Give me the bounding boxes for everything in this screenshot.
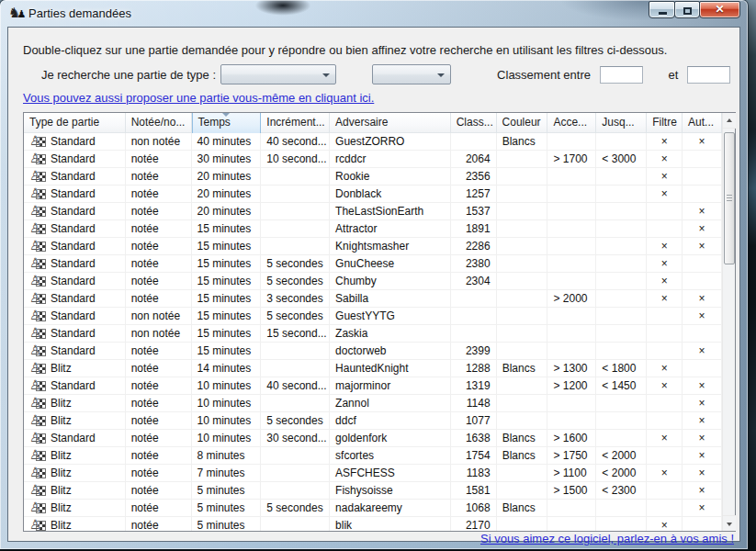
cell: 15 minutes <box>192 308 262 325</box>
game-type-cell: ♙Standard <box>24 290 126 308</box>
secondary-filter-select[interactable] <box>372 64 451 84</box>
close-button[interactable]: ✕ <box>699 1 740 18</box>
column-header-notéeno[interactable]: Notée/no... <box>126 113 192 133</box>
column-header-typedepartie[interactable]: Type de partie <box>24 113 126 133</box>
cell: 15 minutes <box>192 290 262 308</box>
seek-row[interactable]: ♙Standardnon notée15 minutes15 second...… <box>24 325 722 343</box>
scroll-up-button[interactable] <box>723 113 736 129</box>
seek-row[interactable]: ♙Standardnotée15 minutesdoctorweb2399× <box>24 343 722 360</box>
x-mark-icon: × <box>683 377 722 395</box>
cell: 1319 <box>451 377 497 395</box>
seek-row[interactable]: ♙Blitznotée5 minutes5 secondesnadakareem… <box>24 500 722 517</box>
cell <box>547 168 596 186</box>
cell: nadakareemy <box>330 500 451 517</box>
pawn-and-board-icon: ♙ <box>29 276 47 287</box>
scrollbar-thumb[interactable] <box>724 132 735 264</box>
seek-row[interactable]: ♙Blitznotée8 minutessfcortes1754Blancs> … <box>24 447 722 465</box>
cell <box>683 186 722 203</box>
cell <box>497 255 548 273</box>
cell: 10 minutes <box>192 412 262 430</box>
cell <box>547 500 596 517</box>
column-header-acce[interactable]: Acce... <box>547 113 596 133</box>
cell: 1068 <box>451 500 497 517</box>
cell: > 2000 <box>547 290 596 308</box>
propose-game-link[interactable]: Vous pouvez aussi proposer une partie vo… <box>23 91 374 105</box>
seek-row[interactable]: ♙Standardnotée15 minutesKnightsmasher228… <box>24 238 722 255</box>
seek-row[interactable]: ♙Standardnotée10 minutes40 second...majo… <box>24 377 722 395</box>
column-header-filtre[interactable]: Filtre <box>647 113 683 133</box>
cell: GnuCheese <box>330 255 451 273</box>
game-type-select[interactable] <box>220 64 336 84</box>
cell: Sabilla <box>330 290 451 308</box>
column-header-class[interactable]: Class... <box>451 113 497 133</box>
seek-row[interactable]: ♙Standardnotée30 minutes10 second...rcdd… <box>24 151 722 168</box>
game-type-cell: ♙Standard <box>24 220 126 238</box>
titlebar[interactable]: ♞♟ Parties demandées ✕ <box>0 0 748 27</box>
vertical-scrollbar[interactable] <box>722 113 735 531</box>
tell-friends-link[interactable]: Si vous aimez ce logiciel, parlez-en à v… <box>480 532 734 545</box>
seek-row[interactable]: ♙Standardnotée15 minutes5 secondesGnuChe… <box>24 255 722 273</box>
column-header-adversaire[interactable]: Adversaire <box>330 113 451 133</box>
minimize-button[interactable] <box>649 1 675 18</box>
cell <box>547 186 596 203</box>
column-header-jusq[interactable]: Jusq... <box>596 113 647 133</box>
cell: 1077 <box>451 412 497 430</box>
cell <box>547 238 596 255</box>
cell <box>647 500 683 517</box>
game-type-cell: ♙Standard <box>24 133 126 151</box>
cell <box>596 255 647 273</box>
rating-max-input[interactable] <box>687 66 730 84</box>
cell: notée <box>126 255 192 273</box>
seek-row[interactable]: ♙Standardnotée15 minutesAttractor1891× <box>24 220 722 238</box>
seek-row[interactable]: ♙Standardnotée15 minutes5 secondesChumby… <box>24 273 722 290</box>
cell: Donblack <box>330 186 451 203</box>
column-header-temps[interactable]: Temps <box>192 113 262 133</box>
maximize-button[interactable] <box>674 1 700 18</box>
cell <box>261 517 330 531</box>
seek-row[interactable]: ♙Standardnotée20 minutesTheLastSionEarth… <box>24 203 722 220</box>
cell: 2286 <box>451 238 497 255</box>
cell: 1537 <box>451 203 497 220</box>
close-icon: ✕ <box>700 3 739 16</box>
cell: > 1100 <box>547 465 596 482</box>
cell: ASFCHESS <box>330 465 451 482</box>
column-header-aut[interactable]: Aut... <box>683 113 722 133</box>
rating-min-input[interactable] <box>600 66 643 84</box>
cell <box>497 186 548 203</box>
minimize-icon <box>659 12 667 15</box>
pawn-and-board-icon: ♙ <box>29 206 47 218</box>
cell <box>497 151 548 168</box>
seek-row[interactable]: ♙Standardnon notée15 minutes5 secondesGu… <box>24 308 722 325</box>
cell <box>683 325 722 343</box>
cell: notée <box>126 377 192 395</box>
game-type-cell: ♙Standard <box>24 151 126 168</box>
cell <box>261 343 330 360</box>
cell: 40 second... <box>261 377 330 395</box>
cell: 5 secondes <box>261 412 330 430</box>
seek-row[interactable]: ♙Blitznotée10 minutes5 secondesddcf1077× <box>24 412 722 430</box>
x-mark-icon: × <box>683 343 722 360</box>
game-type-cell: ♙Blitz <box>24 412 126 430</box>
cell: > 1300 <box>547 360 596 377</box>
seek-row[interactable]: ♙Standardnotée10 minutes30 second...gold… <box>24 430 722 447</box>
cell <box>596 500 647 517</box>
scroll-down-button[interactable] <box>723 515 736 531</box>
seek-row[interactable]: ♙Standardnotée15 minutes3 secondesSabill… <box>24 290 722 308</box>
seek-row[interactable]: ♙Blitznotée14 minutesHauntedKnight1288Bl… <box>24 360 722 377</box>
x-mark-icon: × <box>683 482 722 500</box>
cell: 2356 <box>451 168 497 186</box>
column-header-couleur[interactable]: Couleur <box>497 113 548 133</box>
seek-row[interactable]: ♙Blitznotée7 minutesASFCHESS1183> 1100< … <box>24 465 722 482</box>
seek-row[interactable]: ♙Standardnotée20 minutesRookie2356× <box>24 168 722 186</box>
cell <box>497 465 548 482</box>
cell <box>261 238 330 255</box>
seek-row[interactable]: ♙Blitznotée10 minutesZannol1148× <box>24 395 722 412</box>
column-header-incrément[interactable]: Incrément... <box>261 113 330 133</box>
cell: 15 second... <box>261 325 330 343</box>
seek-row[interactable]: ♙Standardnotée20 minutesDonblack1257× <box>24 186 722 203</box>
seek-row[interactable]: ♙Standardnon notée40 minutes40 second...… <box>24 133 722 151</box>
cell: 5 minutes <box>192 500 262 517</box>
cell <box>547 343 596 360</box>
seek-row[interactable]: ♙Blitznotée5 minutesFishysoisse1581> 150… <box>24 482 722 500</box>
seek-row[interactable]: ♙Blitznotée5 minutesblik2170× <box>24 517 722 531</box>
